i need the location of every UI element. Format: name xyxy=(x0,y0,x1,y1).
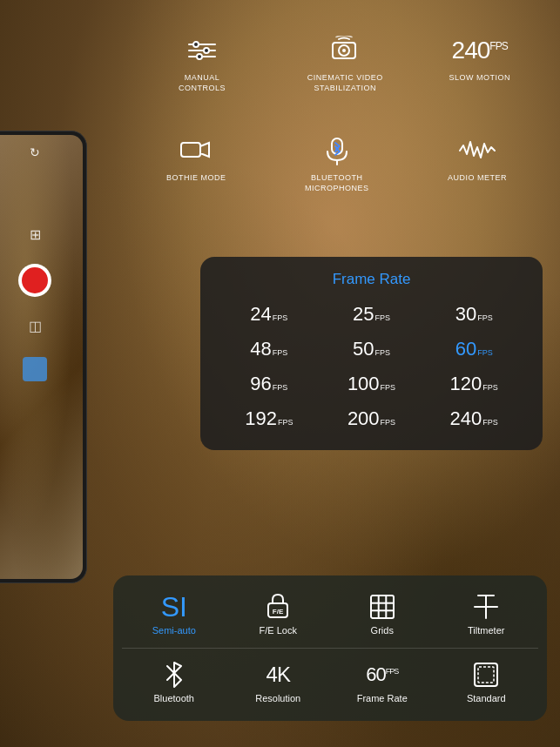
grids-icon xyxy=(369,593,395,621)
fr-200[interactable]: 200FPS xyxy=(320,403,423,434)
feature-bluetooth-mic[interactable]: BLUETOOTH MICROPHONES xyxy=(298,135,376,193)
feature-slow-motion[interactable]: 240FPS SLOW MOTION xyxy=(449,35,510,93)
frame-rate-ctrl-icon: 60FPS xyxy=(366,661,398,689)
fr-192[interactable]: 192FPS xyxy=(218,403,320,434)
svg-rect-9 xyxy=(181,143,200,157)
ctrl-fe-lock-label: F/E Lock xyxy=(260,625,297,636)
ctrl-bluetooth-label: Bluetooth xyxy=(154,693,194,703)
frame-rate-title: Frame Rate xyxy=(218,271,525,288)
ctrl-tiltmeter-label: Tiltmeter xyxy=(468,625,504,636)
frame-rate-panel: Frame Rate 24FPS 25FPS 30FPS 48FPS 50FPS… xyxy=(200,257,543,450)
bothie-icon xyxy=(179,135,213,166)
features-row-1: MANUAL CONTROLS CINEMATIC VIDEO STABILIZ… xyxy=(131,35,543,93)
ctrl-si-label: Semi-auto xyxy=(152,625,196,636)
controls-panel: SI Semi-auto F/E F/E Lock xyxy=(113,575,547,721)
feature-audio-meter-label: AUDIO METER xyxy=(448,173,507,184)
feature-bluetooth-mic-label: BLUETOOTH MICROPHONES xyxy=(298,173,376,193)
controls-row-1: SI Semi-auto F/E F/E Lock xyxy=(122,589,538,639)
tiltmeter-icon xyxy=(473,593,499,621)
fr-60[interactable]: 60FPS xyxy=(422,333,525,365)
sliders-icon xyxy=(187,35,217,66)
ctrl-bluetooth[interactable]: Bluetooth xyxy=(145,661,202,703)
frame-rate-grid: 24FPS 25FPS 30FPS 48FPS 50FPS 60FPS 96FP… xyxy=(218,299,525,434)
fr-48[interactable]: 48FPS xyxy=(218,333,320,365)
controls-divider xyxy=(122,648,538,649)
ctrl-resolution[interactable]: 4K Resolution xyxy=(250,661,307,703)
si-text: SI xyxy=(161,593,187,621)
svg-point-5 xyxy=(197,54,202,59)
phone-overlay: ↻ ⊞ ◫ xyxy=(0,131,87,583)
fr-30[interactable]: 30FPS xyxy=(422,299,525,330)
feature-slow-motion-label: SLOW MOTION xyxy=(449,73,510,84)
ctrl-grids[interactable]: Grids xyxy=(354,593,410,636)
phone-video-button[interactable]: ◫ xyxy=(29,318,42,334)
svg-rect-16 xyxy=(371,596,394,618)
svg-rect-10 xyxy=(332,138,342,154)
feature-cinematic-video[interactable]: CINEMATIC VIDEO STABILIZATION xyxy=(306,35,384,93)
resolution-icon: 4K xyxy=(267,661,290,689)
svg-point-3 xyxy=(193,42,199,47)
phone-shutter-inner xyxy=(22,267,48,293)
fr-240[interactable]: 240FPS xyxy=(422,403,525,434)
svg-rect-28 xyxy=(478,667,494,683)
svg-point-4 xyxy=(204,48,209,53)
ctrl-si[interactable]: SI Semi-auto xyxy=(145,593,202,636)
feature-manual-controls-label: MANUAL CONTROLS xyxy=(163,73,241,93)
phone-thumbnail[interactable] xyxy=(23,357,47,381)
phone-shutter-button[interactable] xyxy=(18,264,51,297)
svg-line-25 xyxy=(167,666,174,673)
fr-50[interactable]: 50FPS xyxy=(320,333,423,365)
fr-100[interactable]: 100FPS xyxy=(320,368,423,400)
ctrl-standard[interactable]: Standard xyxy=(458,661,515,703)
slow-motion-icon: 240FPS xyxy=(452,35,508,66)
phone-grid-button[interactable]: ⊞ xyxy=(23,222,47,246)
fr-24[interactable]: 24FPS xyxy=(218,299,320,330)
features-row-2: BOTHIE MODE BLUETOOTH MICROPHONES AUDIO xyxy=(131,135,543,193)
audio-meter-icon xyxy=(458,135,496,166)
phone-screen: ↻ ⊞ ◫ xyxy=(0,135,83,579)
ctrl-frame-rate-label: Frame Rate xyxy=(357,693,408,703)
controls-row-2: Bluetooth 4K Resolution 60FPS Frame Rate… xyxy=(122,657,538,707)
phone-refresh-icon: ↻ xyxy=(30,145,40,159)
svg-text:F/E: F/E xyxy=(273,608,284,616)
ctrl-frame-rate[interactable]: 60FPS Frame Rate xyxy=(354,661,410,703)
cinematic-video-icon xyxy=(328,35,361,66)
feature-bothie-label: BOTHIE MODE xyxy=(166,173,226,184)
standard-icon xyxy=(473,661,499,689)
ctrl-tiltmeter[interactable]: Tiltmeter xyxy=(458,593,515,636)
feature-bothie[interactable]: BOTHIE MODE xyxy=(166,135,226,193)
bluetooth-mic-icon xyxy=(320,135,354,166)
svg-line-26 xyxy=(167,673,174,680)
feature-audio-meter[interactable]: AUDIO METER xyxy=(448,135,507,193)
svg-point-8 xyxy=(342,49,346,52)
ctrl-resolution-label: Resolution xyxy=(255,693,300,703)
ctrl-grids-label: Grids xyxy=(371,625,394,636)
fr-25[interactable]: 25FPS xyxy=(320,299,423,330)
feature-manual-controls[interactable]: MANUAL CONTROLS xyxy=(163,35,241,93)
bluetooth-icon xyxy=(165,661,184,689)
fr-96[interactable]: 96FPS xyxy=(218,368,320,400)
fr-120[interactable]: 120FPS xyxy=(422,368,525,400)
ctrl-standard-label: Standard xyxy=(467,693,506,703)
si-icon: SI xyxy=(161,593,187,621)
ctrl-fe-lock[interactable]: F/E F/E Lock xyxy=(250,593,307,636)
feature-cinematic-label: CINEMATIC VIDEO STABILIZATION xyxy=(306,73,384,93)
fe-lock-icon: F/E xyxy=(265,593,291,621)
